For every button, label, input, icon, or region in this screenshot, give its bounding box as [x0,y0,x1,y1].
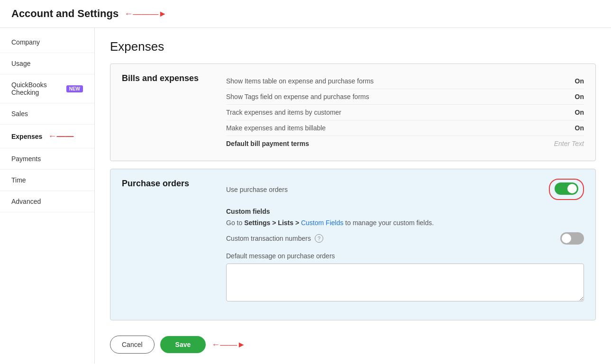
toggle-slider-off [560,232,584,245]
expenses-page-title: Expenses [110,39,596,54]
purchase-fields: Use purchase orders Custom fields Go to … [226,179,584,303]
use-purchase-orders-label: Use purchase orders [226,186,288,193]
page-header-title: Account and Settings [11,8,119,20]
sidebar-label-time: Time [11,176,26,184]
custom-fields-text-after: to manage your custom fields. [343,219,434,227]
bills-field-row-1: Show Items table on expense and purchase… [226,73,584,89]
use-purchase-orders-row: Use purchase orders [226,179,584,200]
bills-field-label-1: Show Items table on expense and purchase… [226,77,374,85]
layout: Company Usage QuickBooks Checking NEW Sa… [0,28,611,364]
custom-fields-text-before: Go to [226,219,244,227]
custom-transaction-numbers-row: Custom transaction numbers ? [226,232,584,245]
bills-section-title: Bills and expenses [122,73,226,151]
purchase-orders-title: Purchase orders [122,179,226,189]
help-icon[interactable]: ? [315,234,323,243]
bills-field-label-5: Default bill payment terms [226,140,309,147]
sidebar-item-usage[interactable]: Usage [0,53,94,74]
bills-field-placeholder-5: Enter Text [554,140,584,147]
header: Account and Settings ←———► [0,0,611,28]
main-content: Expenses Bills and expenses Show Items t… [95,28,611,364]
save-button[interactable]: Save [160,336,206,353]
sidebar-item-payments[interactable]: Payments [0,148,94,170]
sidebar-label-usage: Usage [11,60,30,67]
action-buttons: Cancel Save ←——► [110,328,596,361]
sidebar-label-quickbooks-checking: QuickBooks Checking [11,81,63,96]
purchase-header: Purchase orders Use purchase orders [122,179,584,303]
bills-field-label-2: Show Tags field on expense and purchase … [226,93,369,100]
sidebar-item-time[interactable]: Time [0,170,94,191]
sidebar-item-advanced[interactable]: Advanced [0,191,94,212]
bills-field-row-5: Default bill payment terms Enter Text [226,136,584,151]
use-purchase-orders-toggle[interactable] [555,182,578,195]
custom-fields-link[interactable]: Custom Fields [301,219,343,227]
custom-fields-description: Go to Settings > Lists > Custom Fields t… [226,219,584,227]
bills-field-row-4: Make expenses and items billable On [226,120,584,136]
default-message-label: Default message on purchase orders [226,252,584,260]
sidebar-item-expenses[interactable]: Expenses ←—— [0,125,94,148]
purchase-orders-section: Purchase orders Use purchase orders [110,169,596,320]
bills-field-label-3: Track expenses and items by customer [226,109,341,116]
bills-field-value-2: On [546,93,584,100]
sidebar-label-company: Company [11,38,40,46]
bills-and-expenses-section: Bills and expenses Show Items table on e… [110,64,596,161]
bills-field-label-4: Make expenses and items billable [226,124,326,132]
sidebar-label-advanced: Advanced [11,198,41,205]
sidebar-item-company[interactable]: Company [0,32,94,53]
sidebar-label-expenses: Expenses [11,133,42,140]
use-purchase-orders-toggle-wrapper[interactable] [549,179,584,200]
sidebar-item-quickbooks-checking[interactable]: QuickBooks Checking NEW [0,74,94,103]
save-arrow-icon: ←——► [211,340,246,350]
bills-field-value-1: On [546,77,584,85]
header-arrow-icon: ←———► [124,9,167,19]
bills-field-value-3: On [546,109,584,116]
custom-transaction-numbers-toggle[interactable] [560,232,584,245]
bills-field-value-4: On [546,124,584,132]
sidebar-item-sales[interactable]: Sales [0,103,94,125]
bills-field-row-3: Track expenses and items by customer On [226,105,584,120]
custom-fields-bold: Settings > Lists > [244,219,301,227]
toggle-slider-on [555,182,578,195]
cancel-button[interactable]: Cancel [110,336,155,354]
expenses-arrow-icon: ←—— [48,131,73,141]
custom-fields-label: Custom fields [226,208,584,215]
default-message-textarea[interactable] [226,264,584,301]
sidebar-label-payments: Payments [11,155,41,163]
bills-fields: Show Items table on expense and purchase… [226,73,584,151]
bills-field-row-2: Show Tags field on expense and purchase … [226,89,584,105]
custom-transaction-numbers-label: Custom transaction numbers [226,235,311,242]
sidebar-label-sales: Sales [11,110,28,118]
bills-section-inner: Bills and expenses Show Items table on e… [110,64,595,161]
new-badge: NEW [66,85,83,92]
sidebar: Company Usage QuickBooks Checking NEW Sa… [0,28,95,364]
